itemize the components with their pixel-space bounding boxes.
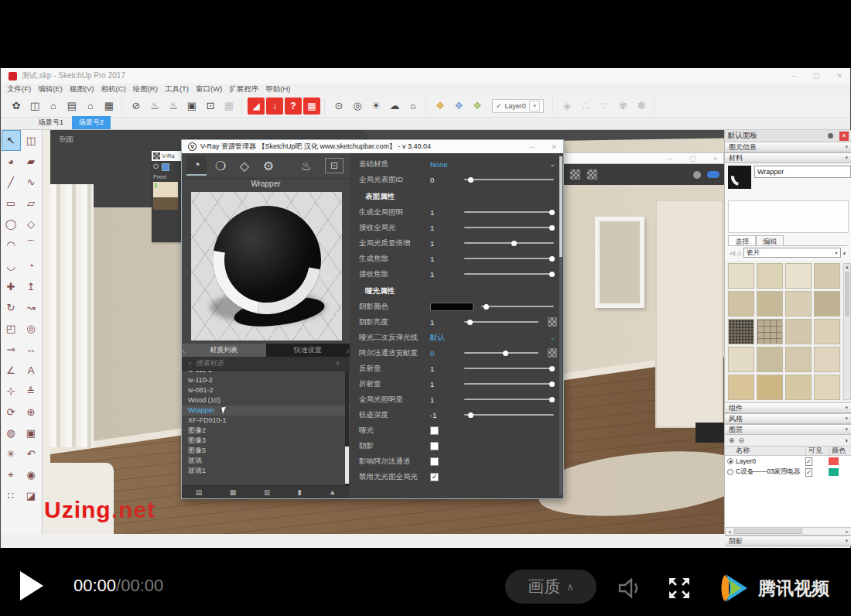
slider-thumb[interactable] [468,412,473,418]
circle-icon[interactable]: ◯ [2,214,21,234]
sun-icon[interactable]: ☼ [405,98,422,115]
play-button[interactable] [20,571,43,601]
render-teapot-icon[interactable]: ♨ [296,156,316,176]
slider-thumb[interactable] [549,366,555,371]
vfb-toggle[interactable] [707,171,719,178]
layer-row[interactable]: Layer0✓ [725,456,851,467]
line-tool-icon[interactable]: ╱ [2,172,21,193]
show-alpha-icon[interactable] [570,169,580,180]
scroll-left-icon[interactable]: ◂ [726,529,733,534]
material-swatch[interactable] [785,375,812,400]
delete-material-icon[interactable]: ▮ [298,488,302,496]
pack-material-icon[interactable]: ▥ [264,488,271,496]
interactive-render-icon[interactable]: ♨ [165,98,182,115]
param-slider[interactable] [464,211,554,213]
material-swatch[interactable] [814,375,840,400]
scroll-right-icon[interactable]: ▸ [843,529,851,534]
param-checkbox[interactable] [430,442,439,450]
menu-item-1[interactable]: 编辑(E) [38,84,63,94]
param-value[interactable]: 1 [430,239,464,248]
iso-cube-yellow-icon[interactable]: ❖ [432,98,449,115]
three-point-arc-icon[interactable]: ◡ [2,255,21,276]
param-slider[interactable] [481,306,554,307]
follow-me-icon[interactable]: ↝ [22,297,41,318]
lights-icon[interactable]: ❍ [210,156,231,176]
layer-color-swatch[interactable] [829,468,839,476]
param-value[interactable]: 1 [430,208,464,217]
menu-item-0[interactable]: 文件(F) [7,84,31,94]
menu-item-8[interactable]: 帮助(H) [265,84,290,94]
layer-visible-checkbox[interactable]: ✓ [805,457,812,466]
minimize-button[interactable]: ─ [791,72,796,80]
chevron-down-icon[interactable]: ▾ [529,101,540,111]
slider-thumb[interactable] [549,225,555,231]
menu-item-5[interactable]: 工具(T) [165,84,189,94]
material-swatch[interactable] [814,291,840,317]
param-value[interactable]: 1 [430,270,464,279]
slider-thumb[interactable] [549,272,555,277]
import-asset-icon[interactable]: ⊡ [325,158,343,173]
zoom-icon[interactable]: ◍ [2,423,21,443]
param-slider[interactable] [464,242,554,244]
material-search[interactable]: ⌕ 搜索材质 ✳ [182,357,350,371]
geometry-icon[interactable]: ◇ [234,156,255,176]
close-button[interactable]: ✕ [836,72,842,80]
freehand-icon[interactable]: ∿ [22,172,41,193]
maximize-button[interactable]: ▢ [813,72,820,80]
param-slider[interactable] [464,414,554,416]
param-value[interactable]: None [430,160,464,169]
globe-icon[interactable]: ◎ [349,98,366,115]
arc-icon[interactable]: ◠ [2,234,21,255]
slider-thumb[interactable] [549,210,555,215]
push-pull-icon[interactable]: ↥ [22,276,41,297]
material-swatch[interactable] [785,347,812,372]
material-item[interactable]: 玻璃 [182,456,350,466]
slider-thumb[interactable] [468,177,473,183]
material-swatch[interactable] [728,375,754,400]
section-组件[interactable]: 组件▾ [725,402,851,413]
material-swatch[interactable] [728,347,754,372]
region-render-icon[interactable]: ⊡ [202,98,219,115]
fog-icon[interactable]: ☁ [386,98,403,115]
3d-text-icon[interactable]: ≜ [22,381,41,402]
scene-tab-1[interactable]: 场景号1 [32,116,70,129]
download-icon[interactable]: ↓ [266,98,283,115]
entity-info-section[interactable]: 图元信息 ▾ [725,142,851,152]
paint-secondary-icon[interactable]: ◐ [843,249,847,257]
texture-slot-icon[interactable] [548,317,557,327]
section-风格[interactable]: 风格▾ [725,413,851,424]
layer-dropdown[interactable]: ✓Layer0▾ [492,99,544,113]
slider-thumb[interactable] [549,382,555,387]
offset-icon[interactable]: ◎ [22,318,41,339]
pan-icon[interactable]: ⊕ [22,402,41,423]
menu-item-3[interactable]: 相机(C) [101,84,125,94]
menu-item-7[interactable]: 扩展程序 [229,84,258,94]
position-camera-icon[interactable]: ⌖ [2,464,21,485]
material-swatch[interactable] [814,347,840,372]
param-checkbox[interactable]: ✓ [430,473,439,481]
material-diagonal-icon[interactable]: ◢ [248,98,265,115]
open-material-icon[interactable]: ▦ [230,488,237,496]
parameters-scrollbar[interactable] [559,156,562,495]
slider-thumb[interactable] [549,397,555,402]
layers-section[interactable]: 图层 ▾ [725,424,851,435]
home-icon[interactable]: ⌂ [45,98,62,115]
save-material-icon[interactable]: ▤ [196,488,203,496]
tape-measure-icon[interactable]: ⊸ [2,339,21,360]
param-slider[interactable] [464,399,554,400]
protractor-icon[interactable]: ∠ [2,360,21,381]
render-history-thumb[interactable]: 1 [153,182,178,210]
param-value[interactable]: 默认 [430,333,464,343]
channel-icon[interactable] [162,163,169,171]
fullscreen-button[interactable] [667,576,692,604]
minimize-button[interactable]: ─ [668,155,672,163]
quality-button[interactable]: 画质 ∧ [505,570,596,604]
material-item[interactable]: w-081-2 [182,385,350,395]
tencent-video-brand[interactable]: 腾讯视频 [718,573,829,604]
walk-icon[interactable]: ∷ [2,485,21,506]
slider-thumb[interactable] [503,351,508,356]
texture-slot-icon[interactable] [548,348,557,358]
chevron-down-icon[interactable]: ⌄ [549,334,555,341]
layer-current-radio[interactable] [727,469,733,475]
move-icon[interactable]: ✚ [2,276,21,297]
